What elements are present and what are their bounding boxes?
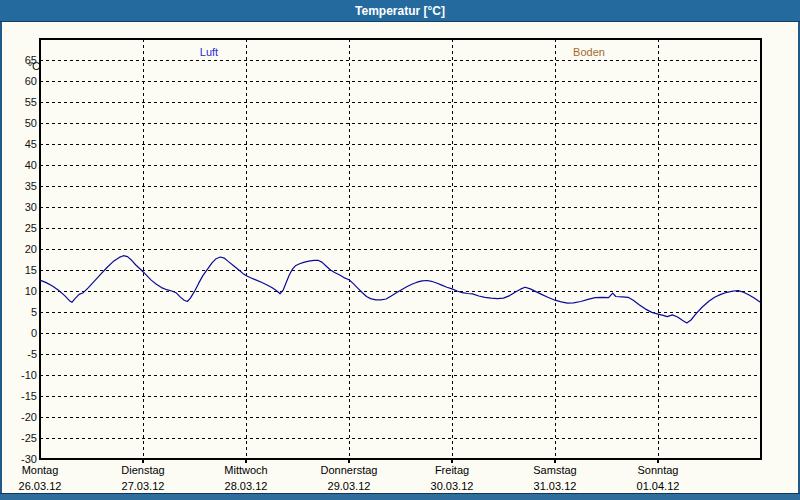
chart-panel: Luft Boden °C — [0, 22, 800, 493]
y-axis-unit-label: °C — [12, 60, 40, 72]
window-title: Temperatur [°C] — [355, 4, 445, 18]
legend-item-luft: Luft — [200, 46, 218, 58]
legend-item-boden: Boden — [573, 46, 605, 58]
window-bottom-border — [0, 493, 800, 500]
title-bar[interactable]: Temperatur [°C] — [0, 0, 800, 22]
app-window: Temperatur [°C] Luft Boden °C 6560555045… — [0, 0, 800, 500]
